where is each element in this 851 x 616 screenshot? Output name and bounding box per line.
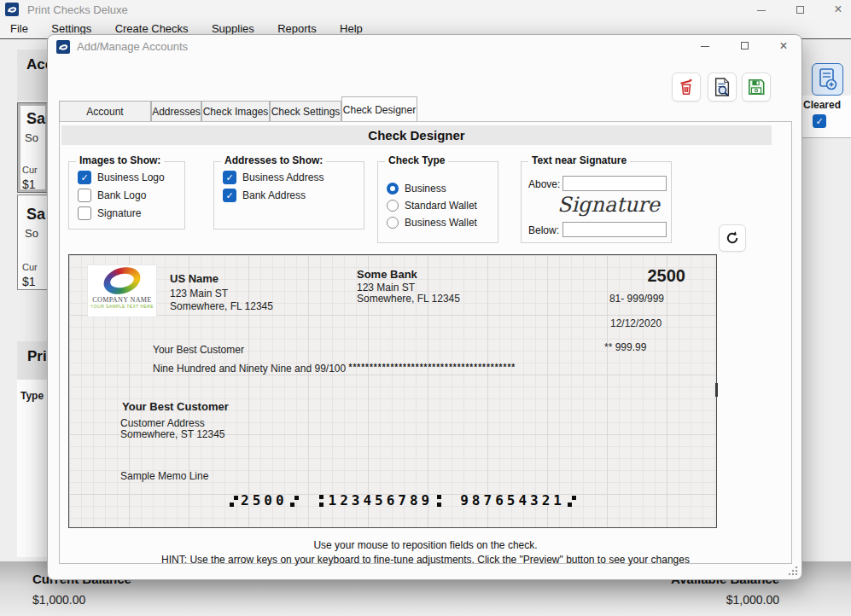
hint-line-1: Use your mouse to reposition fields on t… [60,539,791,551]
business-logo-checkbox[interactable]: ✓ [78,171,91,184]
refresh-button[interactable] [719,224,746,252]
payee-field[interactable]: Your Best Customer [153,344,244,356]
cleared-column-header: Cleared [803,99,841,111]
recipient-address1-field[interactable]: Customer Address [120,417,205,429]
account-name: Sa [26,110,45,128]
window-minimize-button[interactable] [749,1,774,18]
print-header-label: Pri [27,348,47,365]
print-panel-body: Type [17,380,49,557]
logo-company-name: COMPANY NAME [88,296,156,304]
standard-wallet-radio[interactable] [387,200,399,212]
text-near-signature-group: Text near Signature Above: Signature Bel… [521,161,672,243]
dialog-title: Add/Manage Accounts [77,40,188,53]
account-balance: $1 [22,177,36,191]
business-logo-label: Business Logo [97,171,165,183]
business-type-row: Business [387,183,446,195]
images-group-title: Images to Show: [76,154,164,166]
check-number-field[interactable]: 2500 [600,266,685,286]
standard-wallet-label: Standard Wallet [405,200,477,212]
trash-icon [677,78,696,96]
dialog-minimize-button[interactable] [693,38,717,55]
payer-name-field[interactable]: US Name [170,272,219,285]
business-wallet-label: Business Wallet [405,217,477,229]
document-magnifier-icon [713,77,732,97]
signature-script: Signature [557,193,660,217]
bank-address-checkbox[interactable]: ✓ [223,189,236,202]
dialog-resize-grip[interactable] [788,566,798,576]
window-maximize-button[interactable] [787,1,813,18]
business-wallet-radio[interactable] [387,217,399,229]
payer-address2-field[interactable]: Somewhere, FL 12345 [170,300,273,312]
images-to-show-group: Images to Show: ✓ Business Logo Bank Log… [68,161,185,230]
save-button[interactable] [742,73,771,102]
logo-swirl-icon [100,263,143,299]
add-manage-accounts-dialog: Add/Manage Accounts × [47,34,802,580]
business-radio[interactable] [387,183,399,195]
recipient-name-field[interactable]: Your Best Customer [122,400,229,413]
recipient-address2-field[interactable]: Somewhere, ST 12345 [120,428,225,440]
amount-words: Nine Hundred and Ninety Nine and 99/100 [153,363,346,375]
business-logo-field[interactable]: COMPANY NAME YOUR SAMPLE TEXT HERE [88,265,156,317]
type-column-header: Type [20,390,44,402]
logo-tagline: YOUR SAMPLE TEXT HERE [88,304,156,309]
below-input[interactable] [562,222,667,237]
amount-field[interactable]: ** 999.99 [604,341,646,353]
dialog-app-icon [56,40,70,54]
hint-line-2: HINT: Use the arrow keys on your keyboar… [60,554,791,566]
check-preview[interactable]: COMPANY NAME YOUR SAMPLE TEXT HERE US Na… [68,254,717,528]
bank-address2-field[interactable]: Somewhere, FL 12345 [357,293,460,305]
tab-addresses[interactable]: Addresses [151,101,201,121]
business-radio-label: Business [405,183,446,195]
account-balance-label: Cur [22,262,38,272]
fraction-field[interactable]: 81- 999/999 [579,293,664,305]
business-wallet-row: Business Wallet [387,217,477,229]
tab-account-information[interactable]: Account Information [59,101,151,121]
bank-logo-label: Bank Logo [97,189,146,201]
account-card[interactable]: Sa So Cur $1 [17,102,49,193]
above-input[interactable] [562,176,667,191]
tab-check-images[interactable]: Check Images [201,101,270,121]
check-type-group: Check Type Business Standard Wallet Busi… [377,161,498,243]
micr-transit-icon [318,495,326,507]
micr-onus-icon [568,495,576,507]
account-bank: So [25,227,38,240]
signature-checkbox[interactable] [78,206,91,220]
signature-row: Signature [78,206,141,220]
dialog-tabstrip: Account InformationAddressesCheck Images… [59,96,417,121]
tab-check-settings[interactable]: Check Settings [270,101,341,121]
dialog-maximize-button[interactable] [732,38,756,55]
bank-name-field[interactable]: Some Bank [357,268,417,281]
account-name: Sa [26,206,45,224]
business-address-checkbox[interactable]: ✓ [223,171,236,184]
preview-button[interactable] [708,73,737,102]
bank-address1-field[interactable]: 123 Main ST [357,282,415,293]
account-balance-label: Cur [22,165,38,175]
available-balance-value: $1,000.00 [726,593,779,607]
account-balance: $1 [22,275,36,288]
current-balance-value: $1,000.00 [32,593,85,607]
bank-logo-checkbox[interactable] [78,189,91,202]
amount-words-field[interactable]: Nine Hundred and Ninety Nine and 99/100 … [153,363,516,375]
dialog-close-button[interactable]: × [772,38,796,55]
date-field[interactable]: 12/12/2020 [610,317,662,329]
tab-check-designer[interactable]: Check Designer [341,96,417,121]
standard-wallet-row: Standard Wallet [387,200,477,212]
account-bank: So [25,131,38,144]
cleared-checkbox[interactable]: ✓ [813,114,826,128]
bank-logo-row: Bank Logo [78,189,146,202]
below-label: Below: [528,224,559,236]
add-account-button[interactable] [812,63,843,96]
memo-field[interactable]: Sample Memo Line [120,470,208,482]
delete-account-button[interactable] [672,73,701,102]
micr-onus-icon [290,495,299,507]
above-label: Above: [528,178,560,190]
micr-line-field[interactable]: 2500123456789987654321 [227,492,579,508]
micr-check-number: 2500 [241,492,288,508]
window-close-button[interactable]: × [825,1,851,18]
account-card[interactable]: Sa So Cur $1 [17,195,49,290]
payer-address1-field[interactable]: 123 Main ST [170,288,228,299]
menu-file[interactable]: File [7,19,32,38]
micr-routing: 123456789 [329,492,434,508]
accounts-panel-header: Acc [17,49,49,101]
refresh-icon [725,230,740,246]
